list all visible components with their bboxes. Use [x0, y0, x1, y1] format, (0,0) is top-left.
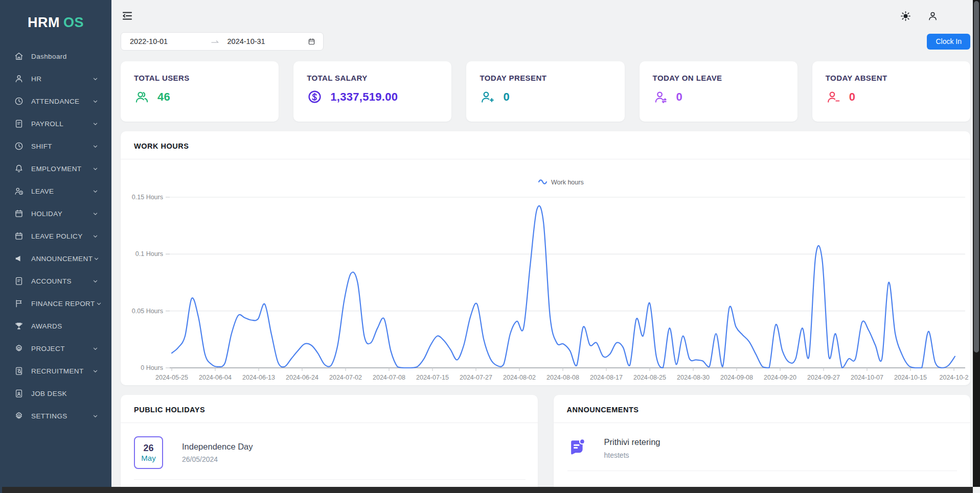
sidebar-nav: Dashboard HR ATTENDANCE PAYROLL SHIFT EM…	[0, 45, 111, 427]
brand-primary: HRM	[28, 15, 60, 31]
announcements-title: ANNOUNCEMENTS	[554, 395, 971, 423]
stat-card: TODAY ABSENT 0	[812, 61, 970, 122]
work-hours-card: WORK HOURS 0.15 Hours0.1 Hours0.05 Hours…	[121, 131, 970, 385]
stat-title: TODAY ABSENT	[826, 74, 957, 82]
vertical-scrollbar[interactable]	[973, 0, 980, 487]
bottom-row: PUBLIC HOLIDAYS 26 May Independence Day …	[121, 395, 970, 493]
sidebar-collapse-button[interactable]	[121, 9, 134, 22]
theme-toggle-sun-icon[interactable]	[900, 10, 911, 22]
chevron-down-icon	[92, 345, 99, 353]
date-from-value[interactable]: 2022-10-01	[130, 37, 168, 45]
holiday-day: 26	[143, 443, 153, 454]
stat-value: 1,337,519.00	[330, 90, 398, 104]
holiday-name: Independence Day	[182, 442, 253, 452]
holiday-date-badge: 26 May	[134, 436, 163, 469]
clock-in-button[interactable]: Clock In	[927, 34, 970, 50]
chevron-down-icon	[95, 300, 103, 308]
sidebar-item-label: RECRUITMENT	[31, 367, 84, 375]
sidebar-item-holiday[interactable]: HOLIDAY	[0, 202, 111, 225]
sidebar-item-label: SETTINGS	[31, 412, 67, 420]
svg-text:2024-07-27: 2024-07-27	[460, 374, 492, 381]
sidebar-item-label: ANNOUNCEMENT	[31, 255, 93, 263]
svg-text:0.1 Hours: 0.1 Hours	[135, 250, 163, 257]
svg-text:2024-09-08: 2024-09-08	[720, 374, 753, 381]
svg-text:2024-08-02: 2024-08-02	[503, 374, 536, 381]
sidebar-item-job-desk[interactable]: JOB DESK	[0, 382, 111, 405]
users-icon	[134, 89, 150, 105]
holiday-month: May	[141, 454, 155, 462]
sidebar-item-hr[interactable]: HR	[0, 67, 111, 90]
chevron-down-icon	[92, 367, 99, 375]
svg-text:2024-07-08: 2024-07-08	[373, 374, 405, 381]
sidebar-item-recruitment[interactable]: RECRUITMENT	[0, 360, 111, 382]
gear-icon	[14, 343, 24, 354]
sidebar-item-employment[interactable]: EMPLOYMENT	[0, 157, 111, 180]
announcement-list-item: Prithivi retering htestets	[554, 423, 971, 471]
svg-text:0.15 Hours: 0.15 Hours	[132, 194, 163, 201]
svg-text:2024-09-27: 2024-09-27	[807, 374, 840, 381]
svg-text:2024-06-13: 2024-06-13	[242, 374, 275, 381]
sidebar-item-dashboard[interactable]: Dashboard	[0, 45, 111, 67]
stat-value: 0	[503, 90, 510, 104]
date-range-picker[interactable]: 2022-10-01 2024-10-31	[121, 32, 324, 51]
stat-value: 0	[849, 90, 856, 104]
sidebar-item-payroll[interactable]: PAYROLL	[0, 112, 111, 135]
sidebar-item-finance-report[interactable]: FINANCE REPORT	[0, 292, 111, 315]
topbar	[121, 8, 970, 24]
profile-icon[interactable]	[927, 10, 939, 22]
chevron-down-icon	[92, 412, 99, 420]
svg-text:2024-10-07: 2024-10-07	[851, 374, 883, 381]
sidebar-item-awards[interactable]: AWARDS	[0, 315, 111, 337]
stat-card: TOTAL USERS 46	[121, 61, 279, 122]
sidebar-item-label: ATTENDANCE	[31, 98, 80, 105]
sidebar-item-project[interactable]: PROJECT	[0, 337, 111, 360]
brand-accent: OS	[63, 15, 84, 31]
sidebar-item-label: JOB DESK	[31, 390, 67, 397]
sidebar-item-label: SHIFT	[31, 143, 52, 150]
svg-text:2024-08-25: 2024-08-25	[633, 374, 666, 381]
holiday-date: 26/05/2024	[182, 455, 253, 463]
sidebar-item-label: Dashboard	[31, 53, 67, 60]
sidebar-item-label: EMPLOYMENT	[31, 165, 82, 173]
work-hours-title: WORK HOURS	[121, 131, 970, 159]
sidebar-item-announcement[interactable]: ANNOUNCEMENT	[0, 247, 111, 270]
flag-icon	[14, 298, 24, 309]
sidebar-item-leave[interactable]: LEAVE	[0, 180, 111, 202]
sidebar-item-attendance[interactable]: ATTENDANCE	[0, 90, 111, 112]
announcements-card: ANNOUNCEMENTS Prithivi retering htestets…	[554, 395, 971, 493]
range-arrow-icon	[210, 36, 220, 46]
announcement-icon	[567, 437, 587, 456]
sidebar-item-shift[interactable]: SHIFT	[0, 135, 111, 157]
sidebar-item-leave-policy[interactable]: LEAVE POLICY	[0, 225, 111, 247]
chevron-down-icon	[92, 98, 99, 105]
chevron-down-icon	[92, 277, 99, 285]
holiday-list-item: 26 May Independence Day 26/05/2024	[121, 423, 538, 479]
stat-value: 46	[157, 90, 170, 104]
clock-icon	[14, 96, 24, 106]
megaphone-icon	[14, 253, 24, 264]
chevron-down-icon	[92, 210, 99, 218]
svg-text:2024-07-02: 2024-07-02	[329, 374, 362, 381]
horizontal-scrollbar[interactable]	[2, 487, 973, 493]
public-holidays-card: PUBLIC HOLIDAYS 26 May Independence Day …	[121, 395, 538, 493]
sidebar-item-label: LEAVE	[31, 187, 54, 195]
svg-text:2024-05-25: 2024-05-25	[155, 374, 188, 381]
file-user-icon	[14, 388, 24, 398]
sidebar-item-accounts[interactable]: ACCOUNTS	[0, 270, 111, 292]
user-minus-icon	[826, 89, 841, 105]
svg-text:0 Hours: 0 Hours	[141, 364, 163, 371]
calendar-icon[interactable]	[307, 37, 316, 46]
sidebar: HRM OS Dashboard HR ATTENDANCE PAYROLL S…	[0, 0, 111, 493]
svg-text:0.05 Hours: 0.05 Hours	[132, 308, 163, 315]
dollar-circle-icon	[307, 89, 323, 105]
date-to-value[interactable]: 2024-10-31	[227, 37, 265, 45]
chevron-down-icon	[92, 232, 99, 240]
main-content: 2022-10-01 2024-10-31 Clock In TOTAL USE…	[111, 0, 980, 493]
sidebar-item-label: PROJECT	[31, 345, 65, 353]
work-hours-chart: 0.15 Hours0.1 Hours0.05 Hours0 Hours2024…	[121, 159, 969, 385]
gear-icon	[14, 411, 24, 421]
svg-text:2024-10-15: 2024-10-15	[894, 374, 927, 381]
vertical-scrollbar-thumb[interactable]	[974, 1, 979, 353]
sidebar-item-label: LEAVE POLICY	[31, 232, 83, 240]
sidebar-item-settings[interactable]: SETTINGS	[0, 405, 111, 427]
